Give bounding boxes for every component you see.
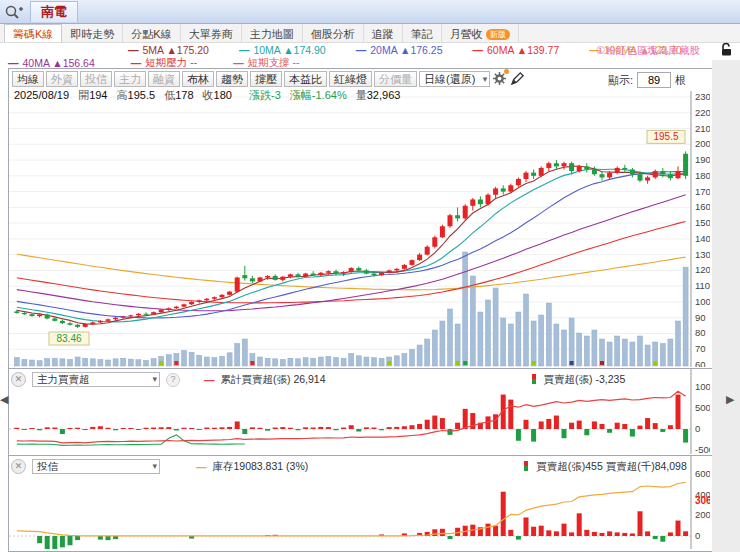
toolbar-button-撐壓[interactable]: 撐壓 bbox=[250, 71, 282, 87]
collapse-left-arrow[interactable]: ◀ bbox=[0, 392, 12, 406]
toolbar-button-主力[interactable]: 主力 bbox=[114, 71, 146, 87]
toolbar-button-投信[interactable]: 投信 bbox=[80, 71, 112, 87]
high-value: 195.5 bbox=[128, 89, 156, 101]
high-label: 高 bbox=[117, 89, 128, 101]
chart-toolbar: 均線外資投信主力融資布林趨勢撐壓本益比紅綠燈分價量日線(還原) bbox=[12, 71, 526, 87]
invest-trust-panel: 60004000200003062.0 ✕ 投信 — 庫存19083.831 (… bbox=[8, 455, 713, 552]
svg-text:0: 0 bbox=[695, 423, 700, 434]
toolbar-button-趨勢[interactable]: 趨勢 bbox=[216, 71, 248, 87]
svg-text:140: 140 bbox=[695, 233, 710, 244]
tab-7[interactable]: 追蹤 bbox=[364, 24, 403, 42]
main-chart-panel: 2302202102001901801701601501401301201101… bbox=[8, 68, 713, 370]
svg-text:110: 110 bbox=[695, 280, 710, 291]
line-legend-dash: — bbox=[196, 461, 207, 473]
svg-text:2000: 2000 bbox=[695, 509, 710, 520]
gear-icon[interactable] bbox=[492, 71, 508, 87]
svg-text:195.5: 195.5 bbox=[653, 131, 678, 142]
toolbar-button-均線[interactable]: 均線 bbox=[12, 71, 44, 87]
search-plus-icon[interactable] bbox=[4, 4, 24, 20]
ma-legend-item: —5MA ▲175.20 bbox=[128, 44, 209, 56]
ma-legend-item: —10MA ▲174.90 bbox=[239, 44, 326, 56]
help-icon[interactable]: ? bbox=[166, 373, 180, 387]
svg-text:70: 70 bbox=[695, 343, 706, 354]
period-select[interactable]: 日線(還原) bbox=[419, 71, 490, 87]
right-side-strip bbox=[712, 60, 740, 552]
tab-label: 主力地圖 bbox=[250, 27, 294, 42]
notification-dot bbox=[504, 69, 509, 74]
tab-5[interactable]: 主力地圖 bbox=[242, 24, 303, 42]
svg-text:-5000: -5000 bbox=[695, 444, 710, 454]
toolbar-button-融資[interactable]: 融資 bbox=[148, 71, 180, 87]
svg-text:60: 60 bbox=[695, 359, 706, 367]
svg-text:100: 100 bbox=[695, 296, 710, 307]
line-legend-dash: — bbox=[204, 374, 215, 386]
inventory-legend-label: 庫存19083.831 (3%) bbox=[213, 460, 309, 474]
tab-label: 個股分析 bbox=[311, 27, 355, 42]
tab-6[interactable]: 個股分析 bbox=[303, 24, 364, 42]
svg-text:210: 210 bbox=[695, 123, 710, 134]
toolbar-button-本益比[interactable]: 本益比 bbox=[284, 71, 327, 87]
tab-label: 籌碼K線 bbox=[13, 27, 53, 42]
open-value: 194 bbox=[89, 89, 107, 101]
title-bar: 南電 bbox=[0, 0, 740, 24]
toolbar-button-分價量[interactable]: 分價量 bbox=[374, 71, 417, 87]
invest-trust-select[interactable]: 投信 bbox=[32, 459, 160, 474]
svg-text:80: 80 bbox=[695, 327, 706, 338]
svg-text:3062.0: 3062.0 bbox=[695, 495, 710, 506]
svg-text:10000: 10000 bbox=[695, 381, 710, 392]
panel-close-icon[interactable]: ✕ bbox=[11, 459, 26, 474]
svg-text:150: 150 bbox=[695, 217, 710, 228]
svg-text:190: 190 bbox=[695, 154, 710, 165]
toolbar-button-紅綠燈[interactable]: 紅綠燈 bbox=[329, 71, 372, 87]
cumulative-legend-label: 累計買賣超(張) 26,914 bbox=[221, 373, 326, 387]
panel-close-icon[interactable]: ✕ bbox=[11, 372, 26, 387]
volume-label: 量 bbox=[356, 89, 367, 101]
tab-1[interactable]: 籌碼K線 bbox=[4, 24, 62, 42]
svg-text:5000: 5000 bbox=[695, 402, 710, 413]
netbuy-legend-label: 買賣超(張) -3,235 bbox=[544, 373, 626, 387]
close-label: 收 bbox=[203, 89, 214, 101]
close-value: 180 bbox=[214, 89, 232, 101]
lock-open-icon[interactable] bbox=[719, 42, 734, 57]
svg-text:130: 130 bbox=[695, 249, 710, 260]
tab-8[interactable]: 筆記 bbox=[403, 24, 442, 42]
tab-bar: 籌碼K線即時走勢分點K線大單券商主力地圖個股分析追蹤筆記月營收新版 bbox=[0, 24, 740, 43]
expand-right-arrow[interactable]: ▶ bbox=[726, 392, 738, 406]
tab-label: 分點K線 bbox=[131, 27, 171, 42]
display-bars-input[interactable] bbox=[637, 72, 671, 88]
svg-text:200: 200 bbox=[695, 138, 710, 149]
svg-text:6000: 6000 bbox=[695, 468, 710, 479]
tab-label: 即時走勢 bbox=[70, 27, 114, 42]
new-badge: 新版 bbox=[486, 29, 510, 40]
ma-legend-item: —60MA ▲139.77 bbox=[473, 44, 560, 56]
toolbar-button-外資[interactable]: 外資 bbox=[46, 71, 78, 87]
svg-text:160: 160 bbox=[695, 201, 710, 212]
svg-text:230: 230 bbox=[695, 91, 710, 102]
tab-9[interactable]: 月營收新版 bbox=[442, 24, 519, 42]
open-label: 開 bbox=[78, 89, 89, 101]
main-force-select[interactable]: 主力買賣超 bbox=[32, 372, 160, 387]
tab-2[interactable]: 即時走勢 bbox=[62, 24, 123, 42]
main-force-panel: 1000050000-5000 ✕ 主力買賣超 ? — 累計買賣超(張) 26,… bbox=[8, 368, 713, 457]
stock-name[interactable]: 南電 bbox=[30, 1, 78, 22]
tab-4[interactable]: 大單券商 bbox=[181, 24, 242, 42]
netbuy-legend-label: 買賣超(張)455 買賣超(千)84,098 bbox=[536, 460, 687, 474]
pencil-icon[interactable] bbox=[510, 71, 526, 87]
change-pct-label: 漲幅 bbox=[290, 89, 312, 101]
main-chart[interactable]: 2302202102001901801701601501401301201101… bbox=[9, 69, 710, 367]
tab-label: 追蹤 bbox=[372, 27, 394, 42]
display-bars-group: 顯示: 根 bbox=[608, 72, 686, 88]
display-unit: 根 bbox=[675, 73, 686, 88]
bar-legend-icon bbox=[532, 374, 536, 385]
bar-legend-icon bbox=[524, 461, 528, 472]
app-window: 南電 籌碼K線即時走勢分點K線大單券商主力地圖個股分析追蹤筆記月營收新版 —5M… bbox=[0, 0, 740, 552]
tab-3[interactable]: 分點K線 bbox=[123, 24, 180, 42]
main-force-header: ✕ 主力買賣超 ? — 累計買賣超(張) 26,914 買賣超(張) -3,23… bbox=[11, 371, 625, 388]
change-value: -3 bbox=[271, 89, 281, 101]
svg-text:170: 170 bbox=[695, 186, 710, 197]
svg-text:90: 90 bbox=[695, 312, 706, 323]
change-pct-value: -1.64% bbox=[312, 89, 347, 101]
ma-legend-item: —40MA ▲156.64 bbox=[8, 57, 95, 69]
toolbar-button-布林[interactable]: 布林 bbox=[182, 71, 214, 87]
change-label: 漲跌 bbox=[249, 89, 271, 101]
